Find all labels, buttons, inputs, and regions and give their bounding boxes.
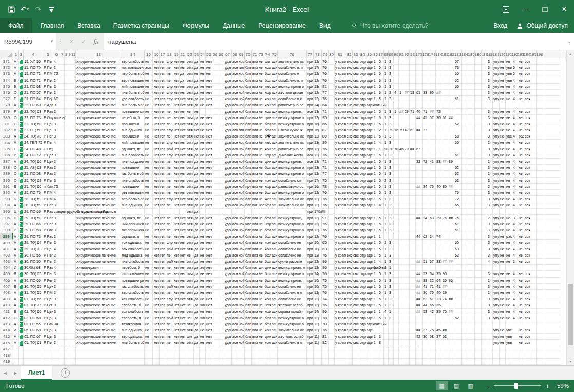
cell[interactable] — [378, 352, 384, 359]
cell[interactable]: у края — [335, 240, 346, 246]
cell[interactable] — [462, 171, 468, 177]
cell[interactable]: асн — [271, 171, 278, 177]
cell[interactable]: отр — [359, 96, 366, 102]
cell[interactable]: 3 — [53, 159, 60, 165]
cell[interactable]: сож — [524, 115, 530, 121]
cell[interactable] — [121, 209, 145, 215]
cell[interactable] — [71, 233, 76, 240]
cell[interactable] — [200, 209, 206, 215]
cell[interactable]: не — [145, 196, 153, 202]
cell[interactable]: И — [13, 327, 19, 334]
cell[interactable]: не — [200, 127, 206, 133]
cell[interactable] — [218, 202, 224, 208]
cell[interactable]: 29. ПО 66 — [24, 221, 43, 227]
cell[interactable] — [448, 252, 454, 259]
cell[interactable]: ослаблено н — [278, 71, 307, 77]
cell[interactable] — [410, 121, 416, 127]
cell[interactable] — [543, 265, 561, 271]
cell[interactable]: не — [200, 133, 206, 140]
cell[interactable] — [530, 352, 537, 359]
cell[interactable]: 1 — [373, 233, 378, 240]
cell[interactable] — [530, 327, 537, 334]
cell[interactable] — [410, 309, 416, 315]
cell[interactable]: да — [194, 340, 200, 346]
cell[interactable]: не — [518, 84, 524, 90]
cell[interactable]: 1 — [384, 315, 389, 321]
cell[interactable]: не — [200, 90, 206, 96]
cell[interactable] — [212, 133, 218, 140]
cell[interactable] — [468, 196, 475, 202]
cell[interactable] — [173, 209, 180, 215]
cell[interactable]: ной — [238, 259, 245, 265]
cell[interactable] — [394, 196, 399, 202]
column-header[interactable]: 92 — [404, 50, 410, 58]
cell[interactable] — [71, 65, 76, 71]
cell[interactable] — [65, 146, 68, 152]
cell[interactable]: не — [518, 240, 524, 246]
cell[interactable] — [475, 190, 482, 196]
cell[interactable]: нет — [180, 278, 186, 284]
cell[interactable]: нет — [206, 121, 212, 127]
column-header[interactable]: 196 — [537, 50, 543, 58]
cell[interactable]: упу — [493, 196, 500, 202]
cell[interactable]: геп — [160, 340, 166, 346]
cell[interactable]: нет — [200, 71, 206, 77]
cell[interactable] — [524, 102, 530, 108]
cell[interactable] — [448, 290, 454, 296]
cell[interactable] — [404, 359, 410, 365]
cell[interactable]: не — [518, 140, 524, 146]
cell[interactable]: бол — [264, 321, 271, 327]
cell[interactable]: хирургическое лечение — [76, 202, 121, 208]
column-header[interactable]: 192 — [512, 50, 518, 58]
cell[interactable] — [442, 302, 448, 308]
cell[interactable]: у края — [335, 265, 346, 271]
cell[interactable]: асн — [232, 334, 238, 340]
cell[interactable]: 63 — [423, 296, 429, 302]
cell[interactable] — [65, 221, 68, 227]
close-button[interactable]: × — [554, 0, 574, 18]
cell[interactable] — [543, 196, 561, 202]
cell[interactable]: геп — [160, 265, 166, 271]
cell[interactable]: не — [258, 159, 264, 165]
cell[interactable]: 71 — [423, 109, 429, 115]
cell[interactable] — [530, 278, 537, 284]
cell[interactable] — [543, 159, 561, 165]
cell[interactable]: гип — [238, 127, 245, 133]
cell[interactable]: упу — [493, 302, 500, 308]
cell[interactable]: уда — [224, 133, 232, 140]
cell[interactable]: упу — [493, 215, 500, 221]
cell[interactable] — [410, 152, 416, 159]
cell[interactable]: ной — [238, 159, 245, 165]
cell[interactable]: не — [145, 259, 153, 265]
cell[interactable]: 3 — [487, 202, 493, 208]
cell[interactable] — [384, 209, 389, 215]
cell[interactable] — [482, 259, 487, 265]
cell[interactable] — [442, 109, 448, 115]
cell[interactable] — [468, 215, 475, 221]
cell[interactable] — [394, 315, 399, 321]
cell[interactable]: не — [200, 284, 206, 290]
cell[interactable]: 1 — [373, 184, 378, 190]
cell[interactable]: 6 — [378, 115, 384, 121]
cell[interactable]: свс — [353, 140, 359, 146]
cell[interactable] — [530, 121, 537, 127]
cell[interactable]: не — [518, 159, 524, 165]
cell[interactable]: аде — [366, 284, 373, 290]
cell[interactable]: В — [13, 309, 19, 315]
cell[interactable] — [493, 346, 500, 352]
cell[interactable]: не — [200, 246, 206, 252]
cell[interactable] — [410, 271, 416, 277]
cell[interactable]: нор — [264, 184, 271, 190]
cell[interactable]: Р Цен — [43, 246, 53, 252]
cell[interactable] — [482, 121, 487, 127]
cell[interactable]: отя — [186, 84, 194, 90]
cell[interactable] — [60, 233, 65, 240]
cell[interactable] — [475, 246, 482, 252]
cell[interactable] — [71, 102, 76, 108]
cell[interactable]: 4 — [512, 227, 518, 233]
cell[interactable]: 24. ПО 72 — [24, 152, 43, 159]
column-header[interactable]: 74 — [264, 50, 271, 58]
cell[interactable]: не — [506, 115, 512, 121]
cell[interactable] — [530, 178, 537, 184]
cell[interactable] — [404, 233, 410, 240]
